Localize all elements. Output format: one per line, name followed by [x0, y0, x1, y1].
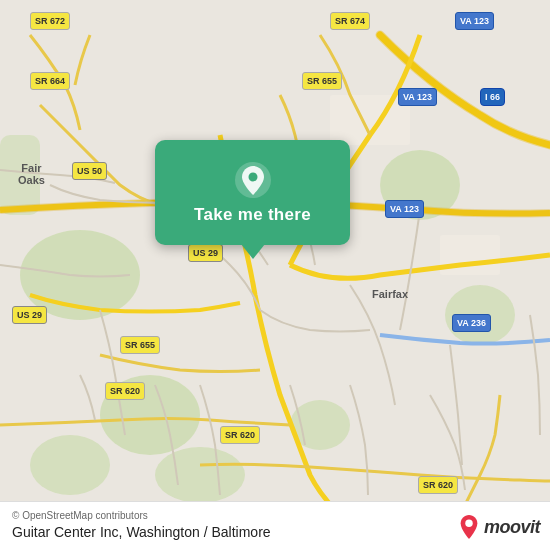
bottom-bar: © OpenStreetMap contributors Guitar Cent…: [0, 501, 550, 550]
svg-point-7: [155, 447, 245, 503]
svg-point-8: [30, 435, 110, 495]
map-container: SR 672 SR 674 VA 123 SR 664 SR 655 VA 12…: [0, 0, 550, 550]
svg-point-2: [100, 375, 200, 455]
svg-rect-6: [0, 135, 40, 215]
location-pin-icon: [234, 161, 272, 199]
svg-rect-10: [440, 235, 500, 275]
popup-card[interactable]: Take me there: [155, 140, 350, 245]
svg-point-13: [465, 520, 472, 527]
svg-point-4: [445, 285, 515, 345]
location-label: Guitar Center Inc, Washington / Baltimor…: [12, 524, 271, 540]
moovit-pin-icon: [458, 514, 480, 540]
svg-point-12: [248, 172, 257, 181]
moovit-text: moovit: [484, 517, 540, 538]
moovit-logo: moovit: [458, 514, 540, 540]
map-roads: [0, 0, 550, 550]
take-me-there-button[interactable]: Take me there: [194, 205, 311, 225]
